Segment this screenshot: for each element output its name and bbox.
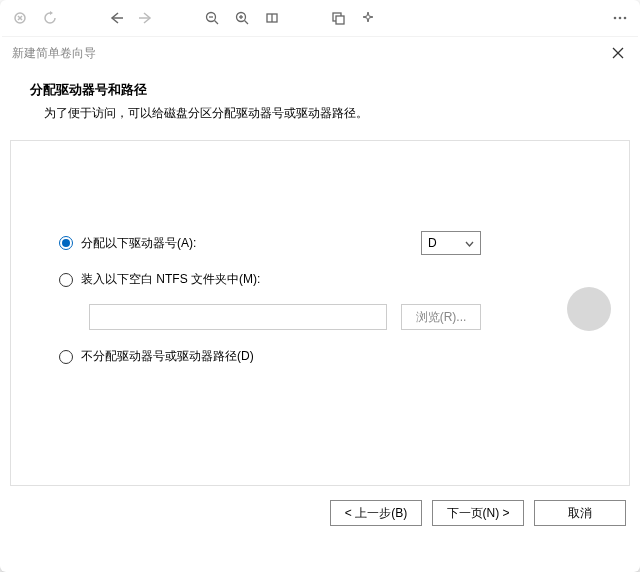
chevron-down-icon	[465, 236, 474, 250]
radio-assign-letter[interactable]	[59, 236, 73, 250]
dialog-titlebar: 新建简单卷向导	[2, 37, 638, 65]
mount-path-input[interactable]	[89, 304, 387, 330]
back-arrow-icon[interactable]	[104, 6, 128, 30]
svg-point-17	[619, 16, 622, 19]
copy-icon[interactable]	[326, 6, 350, 30]
page-title: 分配驱动器号和路径	[30, 81, 616, 99]
next-button[interactable]: 下一页(N) >	[432, 500, 524, 526]
page-subtitle: 为了便于访问，可以给磁盘分区分配驱动器号或驱动器路径。	[30, 105, 616, 122]
drive-letter-select[interactable]: D	[421, 231, 481, 255]
options-panel: 分配以下驱动器号(A): D 装入以下空白 NTFS 文件夹中(M): 浏览(R…	[10, 140, 630, 486]
dialog-footer: < 上一步(B) 下一页(N) > 取消	[2, 486, 638, 540]
option-mount-ntfs-label: 装入以下空白 NTFS 文件夹中(M):	[81, 271, 260, 288]
window-frame: 新建简单卷向导 分配驱动器号和路径 为了便于访问，可以给磁盘分区分配驱动器号或驱…	[0, 0, 640, 572]
svg-point-16	[614, 16, 617, 19]
forward-arrow-icon[interactable]	[134, 6, 158, 30]
refresh-icon[interactable]	[38, 6, 62, 30]
radio-mount-ntfs[interactable]	[59, 273, 73, 287]
option-mount-ntfs: 装入以下空白 NTFS 文件夹中(M):	[59, 271, 611, 288]
drive-letter-value: D	[428, 236, 437, 250]
dialog-area: 新建简单卷向导 分配驱动器号和路径 为了便于访问，可以给磁盘分区分配驱动器号或驱…	[2, 36, 638, 570]
svg-rect-15	[336, 16, 344, 24]
mount-path-row: 浏览(R)...	[89, 304, 611, 330]
top-toolbar	[0, 0, 640, 36]
zoom-in-icon[interactable]	[230, 6, 254, 30]
close-icon[interactable]	[608, 43, 628, 63]
more-icon[interactable]	[608, 6, 632, 30]
svg-line-6	[215, 20, 219, 24]
option-assign-letter: 分配以下驱动器号(A): D	[59, 231, 611, 255]
option-no-assign: 不分配驱动器号或驱动器路径(D)	[59, 348, 611, 365]
svg-point-18	[624, 16, 627, 19]
option-no-assign-label: 不分配驱动器号或驱动器路径(D)	[81, 348, 254, 365]
radio-no-assign[interactable]	[59, 350, 73, 364]
svg-line-9	[245, 20, 249, 24]
fit-width-icon[interactable]	[260, 6, 284, 30]
browse-button[interactable]: 浏览(R)...	[401, 304, 481, 330]
close-small-icon[interactable]	[8, 6, 32, 30]
cancel-button[interactable]: 取消	[534, 500, 626, 526]
option-assign-letter-label: 分配以下驱动器号(A):	[81, 235, 196, 252]
dialog-title: 新建简单卷向导	[12, 45, 96, 62]
magic-icon[interactable]	[356, 6, 380, 30]
decorative-circle	[567, 287, 611, 331]
back-button[interactable]: < 上一步(B)	[330, 500, 422, 526]
zoom-out-icon[interactable]	[200, 6, 224, 30]
page-header: 分配驱动器号和路径 为了便于访问，可以给磁盘分区分配驱动器号或驱动器路径。	[2, 65, 638, 132]
